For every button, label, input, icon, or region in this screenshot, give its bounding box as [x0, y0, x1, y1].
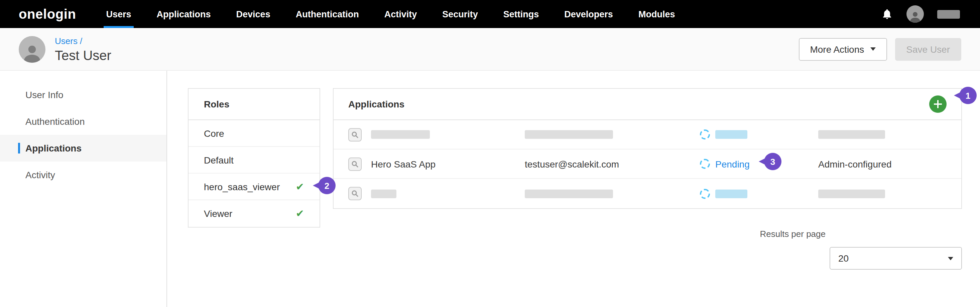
- sidebar-item-label: Applications: [25, 143, 81, 154]
- nav-users[interactable]: Users: [106, 0, 131, 28]
- title-block: Users / Test User: [55, 35, 111, 63]
- navbar-right: [881, 0, 980, 28]
- nav-applications[interactable]: Applications: [157, 0, 211, 28]
- roles-card: Roles Core Default hero_saas_viewer ✔ Vi…: [188, 88, 320, 228]
- check-icon: ✔: [296, 207, 304, 220]
- provisioning-skeleton: [818, 189, 885, 198]
- applications-column: Applications: [333, 88, 962, 307]
- role-label: Viewer: [204, 208, 232, 219]
- main-content: Roles Core Default hero_saas_viewer ✔ Vi…: [167, 71, 980, 307]
- nav-authentication-label: Authentication: [296, 9, 359, 19]
- chevron-down-icon: [948, 256, 953, 260]
- roles-card-title: Roles: [189, 89, 320, 120]
- nav-security[interactable]: Security: [442, 0, 478, 28]
- results-per-page-select[interactable]: 20: [830, 247, 962, 270]
- add-application-button[interactable]: [929, 95, 947, 113]
- primary-nav: Users Applications Devices Authenticatio…: [106, 0, 675, 28]
- page-header: Users / Test User More Actions Save User: [0, 28, 980, 71]
- user-avatar: [19, 36, 45, 62]
- sidebar-item-label: Activity: [25, 169, 55, 180]
- sidebar-item-authentication[interactable]: Authentication: [0, 108, 167, 135]
- nav-security-label: Security: [442, 9, 478, 19]
- person-icon: [908, 9, 922, 23]
- applications-card: Applications: [333, 88, 962, 209]
- application-name: Hero SaaS App: [371, 158, 525, 169]
- loading-spinner-icon: [700, 188, 710, 199]
- role-label: Core: [204, 128, 224, 138]
- nav-developers-label: Developers: [564, 9, 613, 19]
- nav-settings-label: Settings: [503, 9, 539, 19]
- application-row-skeleton[interactable]: [334, 120, 961, 149]
- magnifier-icon: [351, 190, 359, 198]
- chevron-down-icon: [870, 47, 875, 51]
- role-row-hero-saas-viewer[interactable]: hero_saas_viewer ✔: [189, 174, 320, 200]
- nav-activity-label: Activity: [384, 9, 417, 19]
- nav-developers[interactable]: Developers: [564, 0, 613, 28]
- account-name-placeholder: [937, 9, 960, 18]
- account-avatar[interactable]: [907, 5, 924, 23]
- header-actions: More Actions Save User: [799, 38, 961, 60]
- annotation-badge-2: 2: [318, 177, 336, 194]
- role-row-default[interactable]: Default: [189, 147, 320, 174]
- person-icon: [21, 41, 43, 62]
- loading-spinner-icon: [700, 130, 710, 139]
- sidebar-item-user-info[interactable]: User Info: [0, 81, 167, 108]
- name-skeleton: [371, 130, 430, 139]
- more-actions-button[interactable]: More Actions: [799, 38, 887, 60]
- status-skeleton: [715, 130, 748, 139]
- nav-devices[interactable]: Devices: [236, 0, 270, 28]
- email-skeleton: [525, 189, 613, 198]
- applications-card-header: Applications: [334, 89, 961, 120]
- application-status: Pending: [715, 158, 750, 169]
- application-row-hero-saas-app[interactable]: Hero SaaS App testuser@scalekit.com Pend…: [334, 149, 961, 179]
- role-row-core[interactable]: Core: [189, 120, 320, 147]
- sidebar-item-label: User Info: [25, 89, 64, 100]
- application-email: testuser@scalekit.com: [525, 158, 700, 169]
- role-label: hero_saas_viewer: [204, 181, 280, 192]
- nav-modules[interactable]: Modules: [638, 0, 675, 28]
- loading-spinner-icon: [700, 159, 710, 169]
- results-per-page-value: 20: [838, 253, 849, 264]
- onelogin-logo[interactable]: onelogin: [19, 0, 76, 28]
- status-skeleton: [715, 189, 748, 198]
- role-label: Default: [204, 155, 234, 165]
- nav-authentication[interactable]: Authentication: [296, 0, 359, 28]
- applications-card-title: Applications: [348, 99, 404, 109]
- breadcrumb[interactable]: Users /: [55, 36, 82, 46]
- app-icon: [348, 128, 362, 141]
- nav-activity[interactable]: Activity: [384, 0, 417, 28]
- sidebar-item-label: Authentication: [25, 116, 84, 127]
- nav-devices-label: Devices: [236, 9, 270, 19]
- save-user-button[interactable]: Save User: [895, 38, 961, 60]
- top-navbar: onelogin Users Applications Devices Auth…: [0, 0, 980, 28]
- nav-applications-label: Applications: [157, 9, 211, 19]
- page-title: Test User: [55, 48, 111, 63]
- body: User Info Authentication Applications Ac…: [0, 71, 980, 307]
- magnifier-icon: [351, 130, 359, 138]
- app-icon: [348, 157, 362, 171]
- application-row-skeleton[interactable]: [334, 179, 961, 208]
- nav-users-label: Users: [106, 9, 131, 19]
- email-skeleton: [525, 130, 613, 139]
- more-actions-label: More Actions: [810, 44, 864, 54]
- save-user-label: Save User: [906, 44, 950, 54]
- results-per-page-label: Results per page: [333, 229, 962, 239]
- notification-bell-icon[interactable]: [881, 8, 893, 20]
- nav-settings[interactable]: Settings: [503, 0, 539, 28]
- check-icon: ✔: [296, 180, 304, 193]
- name-skeleton: [371, 189, 396, 198]
- role-row-viewer[interactable]: Viewer ✔: [189, 200, 320, 227]
- application-provisioning: Admin-configured: [818, 158, 947, 169]
- app-icon: [348, 187, 362, 200]
- annotation-badge-3: 3: [764, 153, 781, 170]
- page: onelogin Users Applications Devices Auth…: [0, 0, 980, 307]
- provisioning-skeleton: [818, 130, 885, 139]
- sidebar-item-activity[interactable]: Activity: [0, 161, 167, 188]
- sidebar: User Info Authentication Applications Ac…: [0, 71, 167, 307]
- magnifier-icon: [351, 160, 359, 168]
- annotation-badge-1: 1: [959, 87, 977, 104]
- nav-modules-label: Modules: [638, 9, 675, 19]
- sidebar-item-applications[interactable]: Applications: [0, 135, 167, 161]
